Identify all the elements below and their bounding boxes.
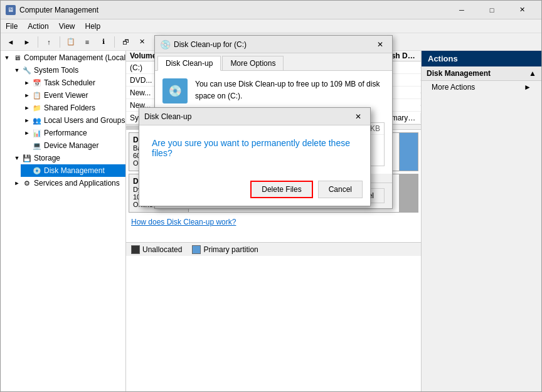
disk-cleanup-link[interactable]: How does Disk Clean-up work? bbox=[131, 218, 236, 226]
disk-footer: How does Disk Clean-up work? bbox=[126, 215, 421, 229]
tree-item-device-manager[interactable]: 💻 Device Manager bbox=[21, 139, 125, 152]
menu-bar: File Action View Help bbox=[1, 19, 541, 33]
disk-cleanup-title: Disk Clean-up for (C:) bbox=[174, 40, 373, 49]
tree-icon-system-tools: 🔧 bbox=[22, 65, 32, 75]
tree-label-disk-management: Disk Management bbox=[44, 166, 105, 175]
legend-label-unallocated: Unallocated bbox=[142, 245, 182, 254]
expand-icon-root[interactable]: ▼ bbox=[2, 53, 12, 63]
tree-label-storage: Storage bbox=[34, 154, 60, 162]
action-section-label: Disk Management bbox=[427, 69, 491, 78]
tree-icon-task-scheduler: 📅 bbox=[32, 78, 42, 88]
title-bar: 🖥 Computer Management ─ □ ✕ bbox=[1, 1, 541, 19]
confirm-title: Disk Clean-up bbox=[144, 112, 351, 121]
new-window-btn[interactable]: 🗗 bbox=[118, 35, 133, 49]
close-button[interactable]: ✕ bbox=[507, 1, 536, 19]
tree-icon-disk-management: 💿 bbox=[32, 166, 42, 176]
confirm-title-bar: Disk Clean-up ✕ bbox=[139, 108, 370, 125]
tree-item-computer-management[interactable]: ▼ 🖥 Computer Management (Local bbox=[1, 51, 125, 64]
disk-cleanup-description: You can use Disk Clean-up to free up to … bbox=[195, 78, 385, 102]
tab-disk-cleanup[interactable]: Disk Clean-up bbox=[157, 56, 221, 71]
tree-label-root: Computer Management (Local bbox=[24, 53, 125, 62]
tree-label-system-tools: System Tools bbox=[34, 66, 78, 75]
properties-btn[interactable]: ℹ bbox=[96, 35, 111, 49]
main-window: 🖥 Computer Management ─ □ ✕ File Action … bbox=[0, 0, 542, 392]
expand-icon-task-scheduler[interactable]: ► bbox=[22, 78, 32, 88]
menu-action[interactable]: Action bbox=[23, 21, 53, 32]
confirm-cancel-button[interactable]: Cancel bbox=[318, 181, 363, 198]
legend-label-primary: Primary partition bbox=[203, 245, 258, 254]
disk-info-row: 💿 You can use Disk Clean-up to free up t… bbox=[162, 78, 385, 103]
tree-icon-services: ⚙ bbox=[22, 178, 32, 188]
confirm-close[interactable]: ✕ bbox=[351, 110, 365, 124]
expand-icon-system-tools[interactable]: ▼ bbox=[12, 65, 22, 75]
delete-files-button[interactable]: Delete Files bbox=[250, 181, 312, 198]
window-icon: 🖥 bbox=[6, 5, 16, 15]
expand-icon-shared-folders[interactable]: ► bbox=[22, 103, 32, 113]
show-hide-btn[interactable]: 📋 bbox=[63, 35, 78, 49]
legend-box-primary bbox=[192, 245, 201, 254]
tree-item-event-viewer[interactable]: ► 📋 Event Viewer bbox=[21, 89, 125, 102]
tree-icon-device-manager: 💻 bbox=[32, 140, 42, 151]
disk-cleanup-drive-icon: 💿 bbox=[162, 78, 188, 103]
confirm-dialog: Disk Clean-up ✕ Are you sure you want to… bbox=[139, 107, 371, 206]
tree-label-local-users: Local Users and Groups bbox=[44, 116, 125, 125]
forward-button[interactable]: ► bbox=[19, 35, 35, 49]
menu-file[interactable]: File bbox=[1, 21, 23, 32]
expand-icon-event-viewer[interactable]: ► bbox=[22, 90, 32, 100]
action-more-actions[interactable]: More Actions ► bbox=[422, 81, 541, 93]
toolbar-separator bbox=[38, 36, 38, 48]
tree-icon-performance: 📊 bbox=[32, 128, 42, 138]
tree-item-shared-folders[interactable]: ► 📁 Shared Folders bbox=[21, 102, 125, 114]
tree-label-performance: Performance bbox=[44, 129, 87, 137]
maximize-button[interactable]: □ bbox=[477, 1, 506, 19]
tree-icon-computer: 🖥 bbox=[12, 53, 22, 63]
tab-more-options[interactable]: More Options bbox=[222, 56, 284, 70]
minimize-button[interactable]: ─ bbox=[447, 1, 476, 19]
tree-item-disk-management[interactable]: 💿 Disk Management bbox=[21, 164, 125, 177]
tree-item-services-apps[interactable]: ► ⚙ Services and Applications bbox=[11, 177, 125, 189]
legend-unallocated: Unallocated bbox=[131, 245, 182, 254]
tree-item-local-users[interactable]: ► 👥 Local Users and Groups bbox=[21, 114, 125, 127]
disk1-right-strip bbox=[399, 174, 418, 212]
legend-primary: Primary partition bbox=[192, 245, 258, 254]
list-view-btn[interactable]: ≡ bbox=[80, 35, 95, 49]
window-controls: ─ □ ✕ bbox=[447, 1, 536, 19]
expand-icon-device-manager bbox=[22, 140, 32, 151]
up-button[interactable]: ↑ bbox=[41, 35, 56, 49]
more-actions-arrow: ► bbox=[524, 83, 531, 92]
toolbar-separator-3 bbox=[114, 36, 115, 48]
tree-item-performance[interactable]: ► 📊 Performance bbox=[21, 127, 125, 139]
actions-header: Actions bbox=[422, 51, 541, 66]
disk-cleanup-icon: 💿 bbox=[160, 40, 170, 50]
tree-icon-shared-folders: 📁 bbox=[32, 103, 42, 113]
action-section-disk-management[interactable]: Disk Management ▲ bbox=[422, 66, 541, 81]
menu-help[interactable]: Help bbox=[80, 21, 106, 32]
action-more-label: More Actions bbox=[432, 83, 475, 92]
tree-item-storage[interactable]: ▼ 💾 Storage bbox=[11, 152, 125, 164]
tree-label-device-manager: Device Manager bbox=[44, 141, 98, 150]
menu-view[interactable]: View bbox=[54, 21, 80, 32]
expand-icon-storage[interactable]: ▼ bbox=[12, 153, 22, 163]
window-title: Computer Management bbox=[19, 6, 447, 14]
expand-icon-local-users[interactable]: ► bbox=[22, 115, 32, 125]
disk-cleanup-tabs: Disk Clean-up More Options bbox=[155, 53, 392, 71]
expand-icon-performance[interactable]: ► bbox=[22, 128, 32, 138]
back-button[interactable]: ◄ bbox=[3, 35, 18, 49]
tree-label-shared-folders: Shared Folders bbox=[44, 103, 95, 112]
tree-item-system-tools[interactable]: ▼ 🔧 System Tools bbox=[11, 64, 125, 77]
legend-box-unallocated bbox=[131, 245, 140, 254]
legend-bar: Unallocated Primary partition bbox=[126, 242, 421, 256]
tree-label-services: Services and Applications bbox=[34, 179, 120, 188]
tree-icon-storage: 💾 bbox=[22, 153, 32, 163]
expand-icon-disk-management bbox=[22, 166, 32, 176]
disk-cleanup-title-bar: 💿 Disk Clean-up for (C:) ✕ bbox=[155, 36, 392, 53]
expand-icon-services[interactable]: ► bbox=[12, 178, 22, 188]
tree-label-event-viewer: Event Viewer bbox=[44, 91, 88, 100]
left-tree-panel: ▼ 🖥 Computer Management (Local ▼ 🔧 Syste… bbox=[1, 51, 126, 391]
disk0-right-strip bbox=[399, 133, 418, 171]
toolbar-separator-2 bbox=[60, 36, 60, 48]
tree-item-task-scheduler[interactable]: ► 📅 Task Scheduler bbox=[21, 77, 125, 89]
delete-btn[interactable]: ✕ bbox=[134, 35, 149, 49]
disk-cleanup-close[interactable]: ✕ bbox=[373, 38, 387, 51]
confirm-question: Are you sure you want to permanently del… bbox=[152, 138, 358, 158]
